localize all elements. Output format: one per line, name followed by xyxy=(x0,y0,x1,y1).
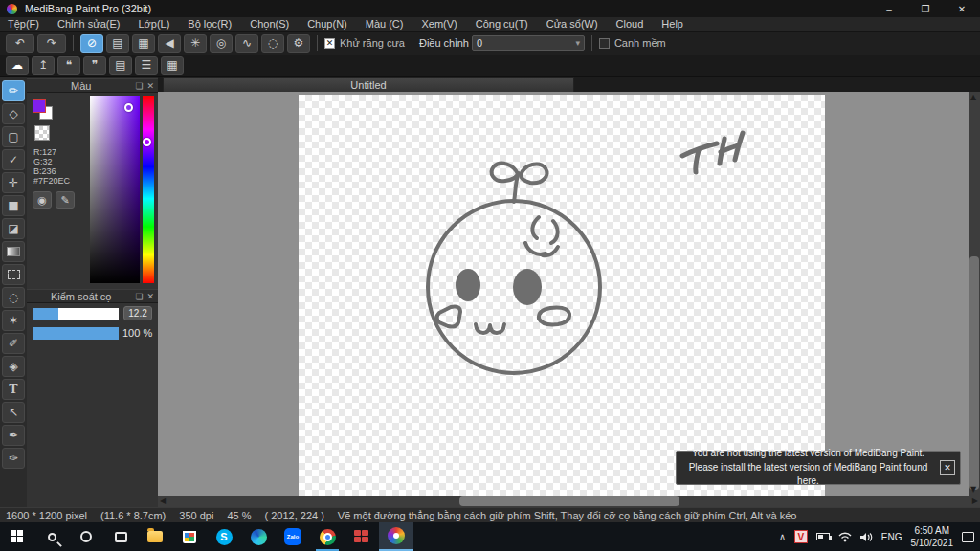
restore-button[interactable]: ❐ xyxy=(907,0,944,17)
speaker-icon[interactable] xyxy=(860,532,873,542)
select-pen-tool-icon[interactable]: ✐ xyxy=(2,333,25,354)
brush-size-value[interactable]: 12.2 xyxy=(123,306,152,320)
chrome-button[interactable] xyxy=(310,522,345,551)
select-eraser-tool-icon[interactable]: ◈ xyxy=(2,356,25,377)
battery-icon[interactable] xyxy=(816,533,830,540)
menu-window[interactable]: Cửa sổ(W) xyxy=(546,18,598,30)
start-button[interactable] xyxy=(0,522,34,551)
antialias-checkbox[interactable]: ✕ xyxy=(324,38,335,49)
taskbar-search-button[interactable] xyxy=(34,522,69,551)
operation-tool-icon[interactable]: ↖ xyxy=(2,402,25,423)
table-edit-icon[interactable]: ▦ xyxy=(161,56,184,75)
foreground-color-swatch[interactable] xyxy=(33,99,46,113)
tray-chevron-icon[interactable]: ∧ xyxy=(779,532,786,541)
brush-tool-icon[interactable]: ✏ xyxy=(2,80,25,101)
menu-edit[interactable]: Chỉnh sửa(E) xyxy=(57,18,120,30)
menu-help[interactable]: Help xyxy=(661,18,683,30)
list-panel-icon[interactable]: ☰ xyxy=(135,56,158,75)
menu-cloud[interactable]: Cloud xyxy=(616,18,644,30)
hue-marker[interactable] xyxy=(143,138,151,146)
lasso-tool-icon[interactable]: ◌ xyxy=(2,287,25,308)
undo-button[interactable]: ↶ xyxy=(6,34,34,53)
scroll-left-icon[interactable]: ◀ xyxy=(160,496,166,507)
scroll-right-icon[interactable]: ▶ xyxy=(972,496,978,507)
correction-dropdown[interactable]: 0 ▾ xyxy=(472,35,585,51)
menu-view[interactable]: Xem(V) xyxy=(421,18,457,30)
redo-button[interactable]: ↷ xyxy=(37,34,66,53)
horizontal-scroll-thumb[interactable] xyxy=(459,496,679,506)
drawing-layer[interactable] xyxy=(158,92,969,496)
snap-tool-icon[interactable]: ✓ xyxy=(2,149,25,170)
scroll-up-icon[interactable]: ▲ xyxy=(970,92,976,103)
menu-layer[interactable]: Lớp(L) xyxy=(138,18,169,30)
eraser-tool-icon[interactable]: ◇ xyxy=(2,103,25,124)
brush-shape-curve-icon[interactable]: ∿ xyxy=(235,34,258,53)
brush-settings-gear-icon[interactable]: ⚙ xyxy=(287,34,310,53)
minimize-button[interactable]: – xyxy=(871,0,907,17)
zalo-button[interactable]: Zalo xyxy=(276,522,310,551)
file-explorer-button[interactable] xyxy=(138,522,172,551)
notification-close-icon[interactable]: ✕ xyxy=(940,460,955,475)
move-tool-icon[interactable]: ✛ xyxy=(2,172,25,193)
magic-wand-tool-icon[interactable]: ✶ xyxy=(2,310,25,331)
shape-frame-tool-icon[interactable]: ▢ xyxy=(2,126,25,147)
document-icon[interactable]: ▤ xyxy=(109,56,132,75)
clock[interactable]: 6:50 AM 5/10/2021 xyxy=(911,524,954,549)
network-app-button[interactable] xyxy=(345,522,379,551)
sv-marker[interactable] xyxy=(124,103,133,112)
language-indicator[interactable]: ENG xyxy=(881,532,902,542)
palette-icon[interactable]: ◉ xyxy=(33,191,52,209)
bucket-tool-icon[interactable]: ◪ xyxy=(2,218,25,239)
vertical-scroll-thumb[interactable] xyxy=(969,256,979,490)
popout-icon[interactable]: ❏ xyxy=(135,292,143,301)
edge-button[interactable] xyxy=(241,522,276,551)
wifi-icon[interactable] xyxy=(838,532,852,542)
brush-shape-burst-icon[interactable]: ✳ xyxy=(184,34,207,53)
cloud-icon[interactable]: ☁ xyxy=(6,56,29,75)
medibang-taskbar-button[interactable] xyxy=(379,522,413,551)
eyedropper-tool-icon[interactable]: ✒ xyxy=(2,425,25,446)
ruler-pen-tool-icon[interactable]: ✑ xyxy=(2,448,25,469)
chat-panel-icon[interactable]: ❞ xyxy=(83,56,106,75)
hue-slider[interactable] xyxy=(143,96,154,283)
transparent-color-swatch[interactable] xyxy=(34,125,50,141)
microsoft-store-button[interactable] xyxy=(172,522,207,551)
menu-color[interactable]: Màu (C) xyxy=(366,18,404,30)
saturation-value-picker[interactable] xyxy=(90,96,140,283)
close-button[interactable]: ✕ xyxy=(944,0,980,17)
menu-select[interactable]: Chọn(S) xyxy=(250,18,289,30)
menu-tools[interactable]: Công cụ(T) xyxy=(476,18,528,30)
select-rect-tool-icon[interactable] xyxy=(2,264,25,285)
brush-size-slider[interactable] xyxy=(33,308,119,320)
gradient-tool-icon[interactable] xyxy=(2,241,25,262)
popout-icon[interactable]: ❏ xyxy=(135,81,143,91)
brush-shape-rings-icon[interactable]: ◎ xyxy=(210,34,233,53)
action-center-icon[interactable] xyxy=(962,532,974,542)
horizontal-scrollbar[interactable]: ◀ ▶ xyxy=(158,496,980,507)
menu-filter[interactable]: Bộ lọc(R) xyxy=(188,18,232,30)
vertical-scrollbar[interactable]: ▲ ▼ xyxy=(969,92,980,496)
brush-opacity-slider[interactable] xyxy=(33,327,119,340)
close-icon[interactable]: ✕ xyxy=(146,292,154,301)
brush-shape-crosshatch-icon[interactable]: ▦ xyxy=(132,34,155,53)
scroll-down-icon[interactable]: ▼ xyxy=(970,484,976,496)
soft-edge-checkbox[interactable] xyxy=(599,38,610,49)
upload-icon[interactable]: ↥ xyxy=(32,56,55,75)
close-icon[interactable]: ✕ xyxy=(146,81,154,91)
document-tab[interactable]: Untitled xyxy=(163,77,574,92)
palette-edit-icon[interactable]: ✎ xyxy=(56,191,75,209)
tray-v-app-icon[interactable]: V xyxy=(794,530,808,543)
brush-shape-lines-icon[interactable]: ▤ xyxy=(106,34,129,53)
comment-bubble-icon[interactable]: ❝ xyxy=(57,56,80,75)
brush-shape-dashed-circle-icon[interactable]: ◌ xyxy=(261,34,284,53)
menu-snap[interactable]: Chụp(N) xyxy=(307,18,347,30)
menu-file[interactable]: Tệp(F) xyxy=(8,18,39,30)
text-tool-icon[interactable]: T xyxy=(2,379,25,400)
cortana-button[interactable] xyxy=(69,522,103,551)
task-view-button[interactable] xyxy=(103,522,138,551)
brush-shape-triangle-icon[interactable]: ◀ xyxy=(158,34,181,53)
skype-button[interactable]: S xyxy=(207,522,241,551)
canvas-viewport[interactable]: You are not using the latest version of … xyxy=(158,92,969,496)
fill-shape-tool-icon[interactable]: ■ xyxy=(2,195,25,216)
brush-shape-none-icon[interactable]: ⊘ xyxy=(80,34,103,53)
